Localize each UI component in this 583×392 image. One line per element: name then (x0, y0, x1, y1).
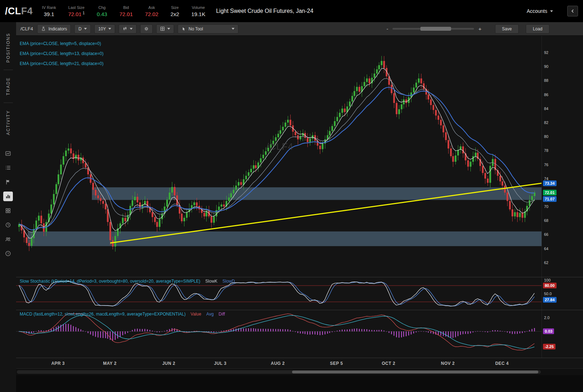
axis-tick: 86 (544, 92, 548, 98)
chart-scrollbar-thumb[interactable] (292, 371, 538, 373)
gear-icon (144, 26, 149, 31)
macd-pane: MACD (fastLength=12, slowLength=26, macd… (16, 310, 583, 358)
accounts-menu[interactable]: Accounts (527, 8, 553, 14)
study-label-ema-5[interactable]: EMA (price=CLOSE, length=5, displace=0) (20, 39, 103, 49)
price-bubble: 27.84 (543, 297, 557, 303)
watchlist-icon[interactable] (3, 163, 13, 173)
axis-tick: 100 (544, 277, 550, 283)
dashboard-icon[interactable] (3, 206, 13, 215)
sidebar-tab-trade[interactable]: TRADE (6, 71, 11, 101)
price-axis[interactable]: 9290888684828078767472706866646273.3472.… (542, 36, 583, 277)
study-label-stochastic[interactable]: Slow Stochastic (kPeriod=14, dPeriod=3, … (20, 279, 200, 284)
axis-tick: 66 (544, 232, 548, 237)
load-button[interactable]: Load (526, 24, 549, 34)
collapse-panel-button[interactable] (567, 6, 578, 16)
axis-tick: 78 (544, 148, 548, 153)
time-axis[interactable]: APR 3MAY 2JUN 2JUL 3AUG 2SEP 5OCT 2NOV 2… (16, 358, 583, 369)
chevron-down-icon (130, 28, 133, 30)
history-icon[interactable] (3, 220, 13, 230)
stat-chg: Chg 0.43 (97, 5, 107, 17)
time-axis-label: JUL 3 (214, 361, 227, 366)
axis-tick: 68 (544, 218, 548, 223)
macd-label-row: MACD (fastLength=12, slowLength=26, macd… (20, 312, 225, 317)
stat-last-size: Last Size 72.011 (68, 5, 85, 17)
study-label-macd[interactable]: MACD (fastLength=12, slowLength=26, macd… (20, 312, 186, 317)
time-axis-label: DEC 4 (495, 361, 509, 366)
accounts-label: Accounts (527, 8, 547, 14)
save-button[interactable]: Save (495, 24, 519, 34)
axis-tick: 2.0 (544, 315, 549, 321)
price-bubble: 0.03 (543, 328, 554, 334)
time-axis-label: JUN 2 (162, 361, 176, 366)
symbol-root: /CL (5, 6, 21, 16)
symbol-suffix: F4 (21, 6, 33, 16)
price-bubble: 72.01 (543, 190, 557, 195)
people-icon[interactable] (3, 234, 13, 244)
stat-size: Size 2x2 (171, 5, 179, 17)
quote-stats: IV Rank 39.1 Last Size 72.011 Chg 0.43 B… (42, 5, 206, 17)
help-icon[interactable]: ? (3, 249, 13, 258)
price-bubble: -2.25 (543, 344, 555, 349)
report-icon[interactable] (3, 149, 13, 158)
macd-canvas[interactable] (16, 310, 542, 358)
legend-diff: Diff (219, 312, 225, 317)
macd-axis[interactable]: 2.00.03-2.25 (542, 310, 583, 358)
axis-tick: 76 (544, 162, 548, 168)
time-axis-label: AUG 2 (271, 361, 285, 366)
study-labels: EMA (price=CLOSE, length=5, displace=0) … (20, 39, 103, 69)
stochastic-pane: Slow Stochastic (kPeriod=14, dPeriod=3, … (16, 277, 583, 310)
left-sidebar: POSITIONS TRADE ACTIVITY (0, 22, 16, 392)
zoom-slider-thumb[interactable] (420, 27, 451, 31)
sidebar-tab-positions[interactable]: POSITIONS (6, 27, 11, 68)
sidebar-divider (4, 103, 13, 103)
axis-tick: 64 (544, 246, 548, 252)
indicators-button[interactable]: Indicators (37, 24, 71, 34)
axis-tick: 70 (544, 204, 548, 209)
chart-scrollbar-track[interactable] (17, 370, 541, 374)
time-axis-label: MAY 2 (103, 361, 117, 366)
chart-settings-button[interactable] (140, 24, 153, 34)
axis-tick: 90 (544, 64, 548, 69)
last-size-qty: 1 (83, 11, 85, 15)
legend-value: Value (191, 312, 201, 317)
legend-avg: Avg (206, 312, 213, 317)
chart-style-dropdown[interactable] (119, 24, 137, 34)
zoom-out-button[interactable]: - (386, 26, 388, 32)
sidebar-tab-activity[interactable]: ACTIVITY (6, 104, 11, 141)
time-axis-label: NOV 2 (441, 361, 455, 366)
svg-text:?: ? (7, 252, 9, 255)
axis-tick: 62 (544, 260, 548, 266)
charts-icon[interactable] (3, 192, 13, 201)
stat-bid: Bid 72.01 (119, 5, 133, 17)
study-label-ema-13[interactable]: EMA (price=CLOSE, length=13, displace=0) (20, 49, 103, 59)
zoom-slider[interactable] (392, 28, 474, 30)
cursor-icon (182, 27, 186, 31)
axis-tick: 80 (544, 134, 548, 139)
axis-tick: 84 (544, 106, 548, 111)
axis-tick: 92 (544, 50, 548, 55)
header: /CLF4 IV Rank 39.1 Last Size 72.011 Chg … (0, 0, 583, 22)
grid-layout-dropdown[interactable] (156, 24, 174, 34)
price-bubble: 73.34 (543, 180, 557, 186)
grid-icon (160, 26, 165, 31)
study-label-ema-21[interactable]: EMA (price=CLOSE, length=21, displace=0) (20, 59, 103, 69)
stat-iv-rank: IV Rank 39.1 (42, 5, 56, 17)
legend-slowk: SlowK (205, 279, 217, 284)
flask-icon (41, 26, 46, 31)
chart-root: /CLF4 EMA (price=CLOSE, length=5, displa… (16, 36, 583, 392)
price-chart-canvas[interactable] (16, 36, 542, 277)
chevron-down-icon (232, 28, 234, 30)
axis-tick: 88 (544, 78, 548, 83)
sidebar-icon-stack: ? (3, 149, 13, 258)
timeframe-dropdown[interactable]: D (74, 24, 91, 34)
chart-toolbar: /CLF4 Indicators D 10Y (16, 22, 583, 36)
stat-ask: Ask 72.02 (145, 5, 159, 17)
drawing-tool-dropdown[interactable]: No Tool (178, 24, 238, 34)
chevron-down-icon (108, 28, 111, 30)
zoom-control: - + (386, 26, 481, 32)
range-dropdown[interactable]: 10Y (94, 24, 115, 34)
stochastic-axis[interactable]: 10050.080.0027.84 (542, 277, 583, 310)
zoom-in-button[interactable]: + (478, 26, 481, 32)
chart-watermark: /CLF4 (266, 141, 293, 152)
flag-icon[interactable] (3, 177, 13, 187)
